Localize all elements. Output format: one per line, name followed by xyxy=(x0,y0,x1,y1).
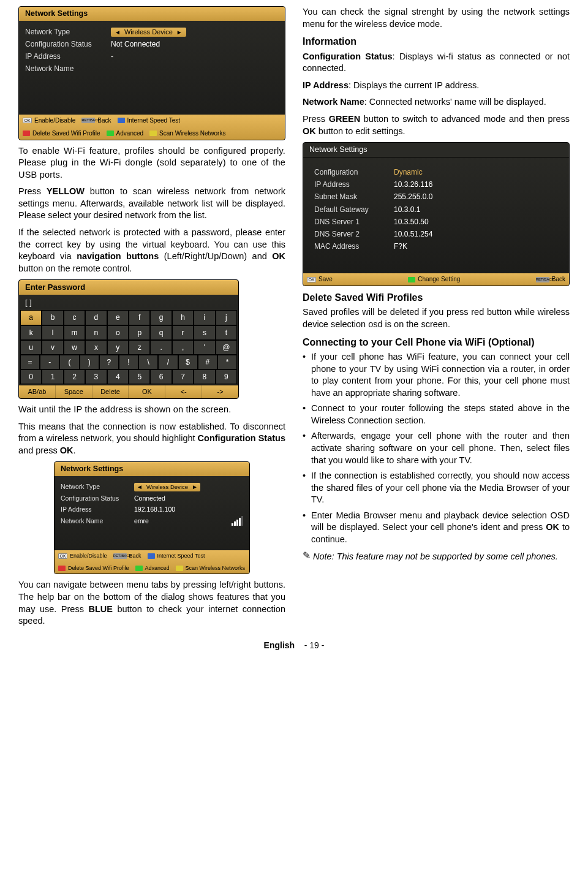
panel-title: Network Settings xyxy=(55,462,249,476)
keyboard-key[interactable]: e xyxy=(107,310,129,325)
keyboard-key[interactable]: m xyxy=(64,325,85,340)
keyboard-key[interactable]: ! xyxy=(119,355,138,369)
keyboard-key[interactable]: $ xyxy=(178,355,198,369)
hint-label: Advanced xyxy=(116,129,143,138)
keyboard-action-key[interactable]: <- xyxy=(165,385,202,398)
keyboard-key[interactable]: ' xyxy=(194,340,215,355)
keyboard-key[interactable]: = xyxy=(20,355,40,369)
ip-value: - xyxy=(111,51,279,61)
network-settings-panel-1: Network Settings Network Type ◄ Wireless… xyxy=(18,6,285,140)
keyboard-key[interactable]: j xyxy=(216,310,237,325)
keyboard-action-key[interactable]: -> xyxy=(202,385,238,398)
keyboard-key[interactable]: 2 xyxy=(64,369,85,384)
keyboard-key[interactable]: q xyxy=(150,325,172,340)
keyboard-key[interactable]: 6 xyxy=(150,369,172,384)
hint-label: Delete Saved Wifi Profile xyxy=(68,564,129,572)
gateway-value: 10.3.0.1 xyxy=(394,205,558,214)
hint-label: Scan Wireless Networks xyxy=(159,129,225,138)
keyboard-key[interactable]: , xyxy=(172,340,194,355)
hint-bar: OKEnable/Disable RET/BACKBack Internet S… xyxy=(19,115,285,140)
keyboard-key[interactable]: ( xyxy=(59,355,79,369)
keyboard-key[interactable]: 8 xyxy=(194,369,215,384)
list-item: Enter Media Browser menu and playback de… xyxy=(303,510,570,546)
row-label: Configuration xyxy=(314,167,388,177)
panel-title: Network Settings xyxy=(19,7,285,21)
row-label: MAC Address xyxy=(314,241,388,251)
keyboard-key[interactable]: a xyxy=(20,310,42,325)
hint-label: Back xyxy=(97,116,111,125)
chevron-left-icon: ◄ xyxy=(137,483,143,491)
body-text: Saved profiles will be deleted if you pr… xyxy=(303,306,570,330)
keyboard-key[interactable]: n xyxy=(85,325,107,340)
keyboard-key[interactable]: 5 xyxy=(129,369,150,384)
keyboard-key[interactable]: ) xyxy=(80,355,99,369)
hint-label: Save xyxy=(318,275,333,284)
network-type-selector[interactable]: ◄ Wireless Device ► xyxy=(111,28,186,37)
red-key-icon xyxy=(23,131,30,136)
keyboard-key[interactable]: u xyxy=(20,340,42,355)
keyboard-key[interactable]: i xyxy=(194,310,215,325)
blue-key-icon xyxy=(148,553,155,559)
hint-label: Enable/Disable xyxy=(70,552,107,559)
keyboard-key[interactable]: 3 xyxy=(85,369,107,384)
keyboard-key[interactable]: w xyxy=(64,340,85,355)
keyboard-key[interactable]: p xyxy=(129,325,150,340)
keyboard-key[interactable]: - xyxy=(40,355,59,369)
network-name-value: emre xyxy=(134,517,225,525)
config-status-value: Not Connected xyxy=(111,39,279,49)
keyboard-key[interactable]: y xyxy=(107,340,129,355)
ip-value: 10.3.26.116 xyxy=(394,180,558,189)
keyboard-key[interactable]: l xyxy=(42,325,63,340)
keyboard-key[interactable]: 0 xyxy=(20,369,42,384)
keyboard-key[interactable]: v xyxy=(42,340,63,355)
keyboard-entry: [ ] xyxy=(19,295,238,311)
keyboard-key[interactable]: k xyxy=(20,325,42,340)
keyboard-key[interactable]: o xyxy=(107,325,129,340)
body-text: If the selected network is protected wit… xyxy=(18,227,285,275)
keyboard-key[interactable]: / xyxy=(158,355,178,369)
row-label: Network Name xyxy=(61,517,128,525)
hint-label: Back xyxy=(129,552,141,559)
keyboard-key[interactable]: t xyxy=(216,325,237,340)
bullet-list: If your cell phone has WiFi feature, you… xyxy=(303,351,570,545)
keyboard-action-key[interactable]: AB/ab xyxy=(19,385,56,398)
keyboard-key[interactable]: @ xyxy=(216,340,237,355)
row-label: IP Address xyxy=(314,180,388,189)
body-text: You can navigate between menu tabs by pr… xyxy=(18,579,285,627)
keyboard-key[interactable]: s xyxy=(194,325,215,340)
hint-label: Scan Wireless Networks xyxy=(186,564,246,572)
keyboard-key[interactable]: r xyxy=(172,325,194,340)
return-key-icon: RET/BACK xyxy=(113,553,127,559)
keyboard-key[interactable]: f xyxy=(129,310,150,325)
keyboard-key[interactable]: 7 xyxy=(172,369,194,384)
keyboard-key[interactable]: g xyxy=(150,310,172,325)
keyboard-key[interactable]: \ xyxy=(138,355,158,369)
ip-value: 192.168.1.100 xyxy=(134,505,243,513)
chevron-right-icon: ► xyxy=(176,28,183,37)
keyboard-action-key[interactable]: Space xyxy=(56,385,92,398)
keyboard-key[interactable]: 1 xyxy=(42,369,63,384)
keyboard-key[interactable]: 9 xyxy=(216,369,237,384)
network-type-selector[interactable]: ◄ Wireless Device ► xyxy=(134,483,200,491)
keyboard-key[interactable]: x xyxy=(85,340,107,355)
body-text: Press GREEN button to switch to advanced… xyxy=(303,113,570,137)
keyboard-key[interactable]: d xyxy=(85,310,107,325)
keyboard-key[interactable]: * xyxy=(217,355,237,369)
keyboard-key[interactable]: b xyxy=(42,310,63,325)
return-key-icon: RET/BACK xyxy=(81,118,95,123)
keyboard-action-key[interactable]: Delete xyxy=(92,385,129,398)
chevron-left-icon: ◄ xyxy=(115,28,121,37)
keyboard-key[interactable]: ? xyxy=(99,355,119,369)
heading-information: Information xyxy=(303,35,570,48)
list-item: Connect to your router following the ste… xyxy=(303,403,570,426)
green-key-icon xyxy=(408,277,415,282)
row-label: DNS Server 1 xyxy=(314,217,388,227)
keyboard-key[interactable]: c xyxy=(64,310,85,325)
keyboard-key[interactable]: h xyxy=(172,310,194,325)
keyboard-key[interactable]: z xyxy=(129,340,150,355)
keyboard-action-key[interactable]: OK xyxy=(129,385,165,398)
body-text: This means that the connection is now es… xyxy=(18,421,285,457)
keyboard-key[interactable]: # xyxy=(198,355,217,369)
keyboard-key[interactable]: . xyxy=(150,340,172,355)
keyboard-key[interactable]: 4 xyxy=(107,369,129,384)
